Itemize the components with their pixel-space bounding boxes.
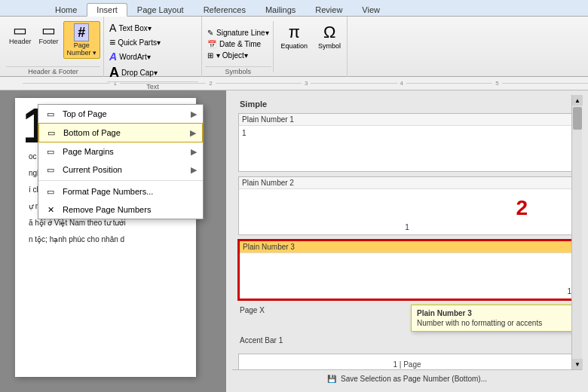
format-page-numbers-label: Format Page Numbers... <box>63 187 153 196</box>
object-button[interactable]: ⊞ ▾ Object▾ <box>205 51 271 60</box>
dropdown-page-margins[interactable]: ▭ Page Margins ▶ <box>38 142 203 161</box>
remove-page-numbers-label: Remove Page Numbers <box>63 205 151 214</box>
text-box-button[interactable]: A Text Box▾ <box>107 21 154 35</box>
gallery-more-row: Page X Plain Number 3 Number with no for… <box>238 305 576 332</box>
page-number-icon: # <box>74 23 89 41</box>
top-of-page-label: Top of Page <box>63 109 107 118</box>
gallery-section-title: Simple <box>238 100 576 109</box>
gallery-panel: Simple Plain Number 1 1 Plain Number 2 1… <box>226 90 588 392</box>
ruler: · 1 2 3 4 5 <box>0 77 588 90</box>
gallery-item-title-2: Plain Number 2 <box>239 177 575 189</box>
page-number-dropdown: ▭ Top of Page ▶ ▭ Bottom of Page ▶ ▭ Pag… <box>38 104 204 219</box>
gallery-wrapper: Simple Plain Number 1 1 Plain Number 2 1… <box>232 95 582 387</box>
text-box-label: Text Box▾ <box>118 24 151 32</box>
format-page-numbers-icon: ▭ <box>44 185 57 198</box>
scrollbar-arrow-up[interactable]: ▲ <box>572 95 583 106</box>
gallery-preview-1: 1 <box>239 126 575 171</box>
gallery-item-plain-number-3[interactable]: Plain Number 3 1 <box>238 240 576 300</box>
header-button[interactable]: ▭ Header <box>6 21 35 47</box>
header-icon: ▭ <box>13 23 27 38</box>
tab-page-layout[interactable]: Page Layout <box>127 3 194 16</box>
dropdown-format-page-numbers[interactable]: ▭ Format Page Numbers... <box>38 182 203 201</box>
gallery-item-title-1: Plain Number 1 <box>239 114 575 126</box>
quick-parts-icon: ≡ <box>109 36 115 48</box>
tab-mailings[interactable]: Mailings <box>256 3 305 16</box>
footer-label: Footer <box>39 38 59 45</box>
object-label: ▾ Object▾ <box>216 51 248 60</box>
text-small-buttons: A Text Box▾ ≡ Quick Parts▾ A WordArt▾ A … <box>107 21 163 81</box>
gallery-page-x[interactable]: Page X <box>238 305 406 332</box>
header-label: Header <box>9 38 32 45</box>
scrollbar-arrow-down[interactable]: ▼ <box>572 359 583 369</box>
quick-parts-label: Quick Parts▾ <box>118 38 161 47</box>
current-position-arrow: ▶ <box>191 165 197 175</box>
tab-bar: Home Insert Page Layout References Maili… <box>0 0 588 17</box>
gallery-item-plain-number-2[interactable]: Plain Number 2 1 2 <box>238 176 576 235</box>
preview-number-2: 1 <box>405 223 409 231</box>
bottom-bar-icon: 💾 <box>327 375 336 383</box>
tab-home[interactable]: Home <box>45 3 87 16</box>
scrollbar-thumb[interactable] <box>573 107 582 130</box>
date-time-icon: 📅 <box>207 40 216 48</box>
group-symbols-title: Symbols <box>205 66 271 75</box>
signature-line-label: Signature Line▾ <box>216 29 269 37</box>
text-box-icon: A <box>109 22 116 34</box>
drop-cap-button[interactable]: A Drop Cap▾ <box>107 64 160 81</box>
tab-view[interactable]: View <box>352 3 390 16</box>
equation-button[interactable]: π Equation <box>278 21 311 75</box>
dropdown-top-of-page[interactable]: ▭ Top of Page ▶ <box>38 105 203 123</box>
header-footer-buttons: ▭ Header ▭ Footer # PageNumber ▾ <box>6 18 100 66</box>
gallery-bottom-bar[interactable]: 💾 Save Selection as Page Number (Bottom)… <box>232 369 582 387</box>
tab-review[interactable]: Review <box>305 3 352 16</box>
date-time-label: Date & Time <box>219 40 261 48</box>
red-label-2: 2 <box>516 196 528 220</box>
gallery-scrollbar[interactable]: ▲ ▼ <box>571 95 582 369</box>
page-margins-arrow: ▶ <box>191 147 197 157</box>
plain-number-3-tooltip: Plain Number 3 Number with no formatting… <box>411 305 576 332</box>
gallery-accent-bar-tooltip: Plain Number 3 Number with no formatting… <box>411 305 576 332</box>
ribbon-group-symbols: ✎ Signature Line▾ 📅 Date & Time ⊞ ▾ Obje… <box>202 17 348 77</box>
tab-insert[interactable]: Insert <box>87 3 127 17</box>
current-position-icon: ▭ <box>44 164 57 176</box>
text-buttons: A Text Box▾ ≡ Quick Parts▾ A WordArt▾ A … <box>107 18 198 81</box>
remove-page-numbers-icon: ✕ <box>44 204 57 216</box>
top-of-page-icon: ▭ <box>44 108 57 120</box>
symbol-button[interactable]: Ω Symbol <box>315 21 344 75</box>
drop-cap-icon: A <box>109 65 119 81</box>
footer-icon: ▭ <box>41 23 56 38</box>
bottom-of-page-icon: ▭ <box>45 127 57 139</box>
signature-line-button[interactable]: ✎ Signature Line▾ <box>205 28 271 38</box>
gallery-scroll-area[interactable]: Simple Plain Number 1 1 Plain Number 2 1… <box>232 95 582 369</box>
ribbon-group-text: A Text Box▾ ≡ Quick Parts▾ A WordArt▾ A … <box>104 17 202 77</box>
dropdown-bottom-of-page[interactable]: ▭ Bottom of Page ▶ <box>38 123 203 142</box>
page-number-button[interactable]: # PageNumber ▾ <box>63 21 101 59</box>
wordart-button[interactable]: A WordArt▾ <box>107 50 153 63</box>
gallery-item-plain-number-1[interactable]: Plain Number 1 1 <box>238 113 576 172</box>
symbol-label: Symbol <box>318 42 341 50</box>
gallery-preview-3: 1 <box>240 253 574 299</box>
drop-cap-label: Drop Cap▾ <box>121 69 158 77</box>
dropdown-current-position[interactable]: ▭ Current Position ▶ <box>38 161 203 179</box>
gallery-accent-bar-1[interactable]: Accent Bar 1 <box>238 335 576 346</box>
bottom-of-page-arrow: ▶ <box>190 128 196 138</box>
footer-button[interactable]: ▭ Footer <box>36 21 62 47</box>
object-icon: ⊞ <box>207 51 213 60</box>
bottom-of-page-label: Bottom of Page <box>63 128 121 137</box>
dropdown-remove-page-numbers[interactable]: ✕ Remove Page Numbers <box>38 201 203 219</box>
ribbon-group-header-footer: ▭ Header ▭ Footer # PageNumber ▾ Header … <box>3 17 104 77</box>
wordart-label: WordArt▾ <box>119 53 151 61</box>
page-margins-icon: ▭ <box>44 145 57 158</box>
date-time-button[interactable]: 📅 Date & Time <box>205 39 271 49</box>
page-preview-text: 1 | Page <box>245 360 569 369</box>
equation-icon: π <box>289 23 300 42</box>
tab-references[interactable]: References <box>194 3 256 16</box>
wordart-icon: A <box>109 51 117 63</box>
top-of-page-arrow: ▶ <box>191 109 197 119</box>
quick-parts-button[interactable]: ≡ Quick Parts▾ <box>107 35 163 49</box>
group-header-footer-title: Header & Footer <box>6 66 100 75</box>
ribbon: ▭ Header ▭ Footer # PageNumber ▾ Header … <box>0 17 588 77</box>
equation-label: Equation <box>281 42 308 50</box>
doc-panel: 1 oc bản chất khoa học, cách n nghĩa xã … <box>0 90 226 392</box>
main-area: 1 oc bản chất khoa học, cách n nghĩa xã … <box>0 90 588 392</box>
symbols-separator <box>273 21 274 72</box>
